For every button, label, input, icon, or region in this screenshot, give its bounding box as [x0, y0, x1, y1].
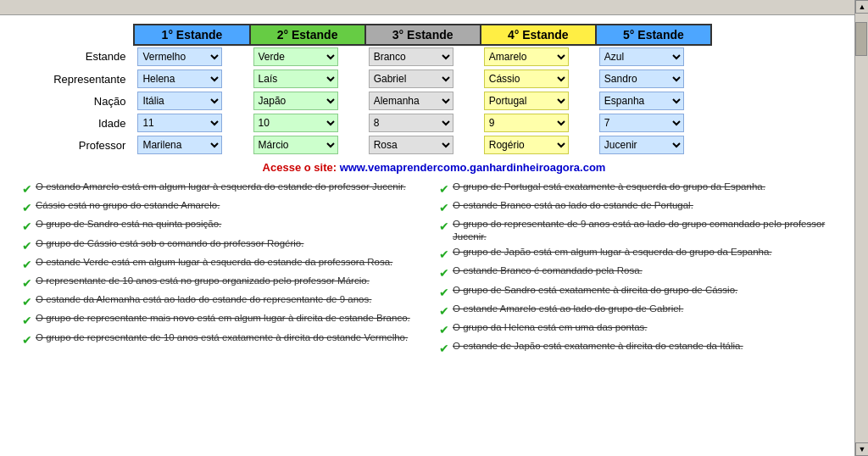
select-col3-nação[interactable]: ItáliaJapãoAlemanhaPortugalEspanha: [369, 92, 453, 110]
cell-col3-row2: ItáliaJapãoAlemanhaPortugalEspanha: [365, 90, 481, 112]
select-col4-professor[interactable]: MarilenaMárcioRosaRogérioJucenir: [484, 136, 569, 154]
clue-text: O representante de 10 anos está no grupo…: [36, 275, 370, 287]
check-icon: ✔: [22, 181, 32, 197]
check-icon: ✔: [439, 181, 449, 197]
select-col5-nação[interactable]: ItáliaJapãoAlemanhaPortugalEspanha: [599, 92, 684, 110]
check-icon: ✔: [22, 200, 32, 215]
check-icon: ✔: [22, 219, 32, 234]
cell-col4-row2: ItáliaJapãoAlemanhaPortugalEspanha: [481, 90, 596, 112]
check-icon: ✔: [22, 332, 32, 348]
select-col4-nação[interactable]: ItáliaJapãoAlemanhaPortugalEspanha: [484, 92, 569, 110]
select-col3-representante[interactable]: HelenaLaísGabrielCássioSandro: [369, 70, 453, 88]
cell-col1-row1: HelenaLaísGabrielCássioSandro: [134, 68, 249, 90]
select-col4-estande[interactable]: VermelhoVerdeBrancoAmareloAzul: [484, 47, 569, 66]
select-col2-idade[interactable]: 7891011: [253, 114, 338, 132]
clue-text: Cássio está no grupo do estande Amarelo.: [36, 199, 220, 212]
clue-item: ✔O estando Amarelo está em algum lugar à…: [22, 181, 429, 197]
select-col2-nação[interactable]: ItáliaJapãoAlemanhaPortugalEspanha: [253, 92, 338, 110]
row-label-nação: Nação: [17, 90, 134, 112]
cell-col2-row2: ItáliaJapãoAlemanhaPortugalEspanha: [250, 90, 365, 112]
estande-table: 1° Estande 2° Estande 3° Estande 4° Esta…: [17, 24, 712, 156]
select-col1-professor[interactable]: MarilenaMárcioRosaRogérioJucenir: [137, 136, 222, 154]
clue-text: O grupo do representante de 9 anos está …: [453, 218, 846, 243]
clue-item: ✔O estande Branco está ao lado do estand…: [439, 199, 846, 215]
select-col4-idade[interactable]: 7891011: [484, 114, 569, 132]
clue-text: O grupo de Cássio está sob o comando do …: [36, 237, 303, 250]
clue-item: ✔O grupo de Japão está em algum lugar à …: [439, 246, 846, 262]
row-label-professor: Professor: [17, 134, 134, 156]
clue-text: O estande Branco é comandado pela Rosa.: [453, 264, 643, 277]
row-label-estande: Estande: [17, 45, 134, 68]
check-icon: ✔: [439, 303, 449, 319]
check-icon: ✔: [439, 219, 449, 234]
col4-header: 4° Estande: [481, 25, 596, 45]
promo-text: Acesse o site:: [263, 161, 340, 174]
clue-item: ✔O grupo da Helena está em uma das ponta…: [439, 321, 846, 337]
clue-item: ✔O grupo de Sandro está na quinta posiçã…: [22, 218, 429, 234]
clue-text: O grupo de Japão está em algum lugar à e…: [453, 246, 772, 259]
select-col3-idade[interactable]: 7891011: [369, 114, 453, 132]
clue-item: ✔O grupo do representante de 9 anos está…: [439, 218, 846, 243]
cell-col1-row2: ItáliaJapãoAlemanhaPortugalEspanha: [134, 90, 249, 112]
col5-header: 5° Estande: [596, 25, 711, 45]
clue-text: O estande da Alemanha está ao lado do es…: [36, 293, 371, 306]
clue-item: ✔O estande da Alemanha está ao lado do e…: [22, 293, 429, 309]
cell-col4-row0: VermelhoVerdeBrancoAmareloAzul: [481, 45, 596, 68]
check-icon: ✔: [439, 200, 449, 215]
clue-item: ✔O estande Verde está em algum lugar à e…: [22, 256, 429, 272]
cell-col3-row1: HelenaLaísGabrielCássioSandro: [365, 68, 481, 90]
check-icon: ✔: [22, 313, 32, 328]
top-bar: [0, 0, 868, 15]
scrollbar-down-button[interactable]: ▼: [855, 442, 868, 456]
select-col2-estande[interactable]: VermelhoVerdeBrancoAmareloAzul: [253, 47, 338, 66]
check-icon: ✔: [22, 275, 32, 291]
select-col3-professor[interactable]: MarilenaMárcioRosaRogérioJucenir: [369, 136, 453, 154]
col2-header: 2° Estande: [250, 25, 365, 45]
col1-header: 1° Estande: [134, 25, 249, 45]
clue-text: O estande Verde está em algum lugar à es…: [36, 256, 392, 269]
select-col1-nação[interactable]: ItáliaJapãoAlemanhaPortugalEspanha: [137, 92, 222, 110]
scrollbar-up-button[interactable]: ▲: [855, 0, 868, 14]
cell-col3-row4: MarilenaMárcioRosaRogérioJucenir: [365, 134, 481, 156]
scrollbar[interactable]: ▲ ▼: [854, 0, 868, 456]
select-col5-representante[interactable]: HelenaLaísGabrielCássioSandro: [599, 70, 684, 88]
cell-col2-row4: MarilenaMárcioRosaRogérioJucenir: [250, 134, 365, 156]
clue-item: ✔O estande Branco é comandado pela Rosa.: [439, 264, 846, 281]
clue-text: O grupo de representante de 10 anos está…: [36, 331, 408, 344]
clues-left: ✔O estando Amarelo está em algum lugar à…: [17, 181, 434, 359]
grid-container: 1° Estande 2° Estande 3° Estande 4° Esta…: [17, 24, 860, 156]
select-col1-estande[interactable]: VermelhoVerdeBrancoAmareloAzul: [137, 47, 222, 66]
select-col5-professor[interactable]: MarilenaMárcioRosaRogérioJucenir: [599, 136, 684, 154]
check-icon: ✔: [439, 322, 449, 337]
cell-col5-row1: HelenaLaísGabrielCássioSandro: [596, 68, 711, 90]
cell-col5-row2: ItáliaJapãoAlemanhaPortugalEspanha: [596, 90, 711, 112]
promo-url[interactable]: www.vemaprendercomo.ganhardinheiroagora.…: [340, 161, 606, 174]
cell-col3-row3: 7891011: [365, 112, 481, 134]
select-col1-representante[interactable]: HelenaLaísGabrielCássioSandro: [137, 70, 222, 88]
select-col2-representante[interactable]: HelenaLaísGabrielCássioSandro: [253, 70, 338, 88]
scrollbar-thumb[interactable]: [855, 22, 867, 56]
cell-col4-row3: 7891011: [481, 112, 596, 134]
select-col4-representante[interactable]: HelenaLaísGabrielCássioSandro: [484, 70, 569, 88]
clues-section: ✔O estando Amarelo está em algum lugar à…: [8, 181, 860, 359]
scrollbar-track: [855, 14, 868, 442]
clue-item: ✔O representante de 10 anos está no grup…: [22, 275, 429, 291]
select-col1-idade[interactable]: 7891011: [137, 114, 222, 132]
select-col2-professor[interactable]: MarilenaMárcioRosaRogérioJucenir: [253, 136, 338, 154]
clue-text: O grupo de Portugal está exatamente à es…: [453, 181, 765, 193]
cell-col3-row0: VermelhoVerdeBrancoAmareloAzul: [365, 45, 481, 68]
select-col3-estande[interactable]: VermelhoVerdeBrancoAmareloAzul: [369, 47, 453, 66]
row-label-representante: Representante: [17, 68, 134, 90]
clue-item: ✔O estande Amarelo está ao lado do grupo…: [439, 303, 846, 319]
cell-col1-row4: MarilenaMárcioRosaRogérioJucenir: [134, 134, 249, 156]
cell-col5-row4: MarilenaMárcioRosaRogérioJucenir: [596, 134, 711, 156]
check-icon: ✔: [22, 257, 32, 272]
check-icon: ✔: [439, 341, 449, 356]
cell-col5-row0: VermelhoVerdeBrancoAmareloAzul: [596, 45, 711, 68]
select-col5-idade[interactable]: 7891011: [599, 114, 684, 132]
cell-col2-row3: 7891011: [250, 112, 365, 134]
clues-right: ✔O grupo de Portugal está exatamente à e…: [434, 181, 851, 359]
clue-text: O grupo da Helena está em uma das pontas…: [453, 321, 648, 334]
clue-text: O estande Amarelo está ao lado do grupo …: [453, 303, 683, 315]
select-col5-estande[interactable]: VermelhoVerdeBrancoAmareloAzul: [599, 47, 684, 66]
